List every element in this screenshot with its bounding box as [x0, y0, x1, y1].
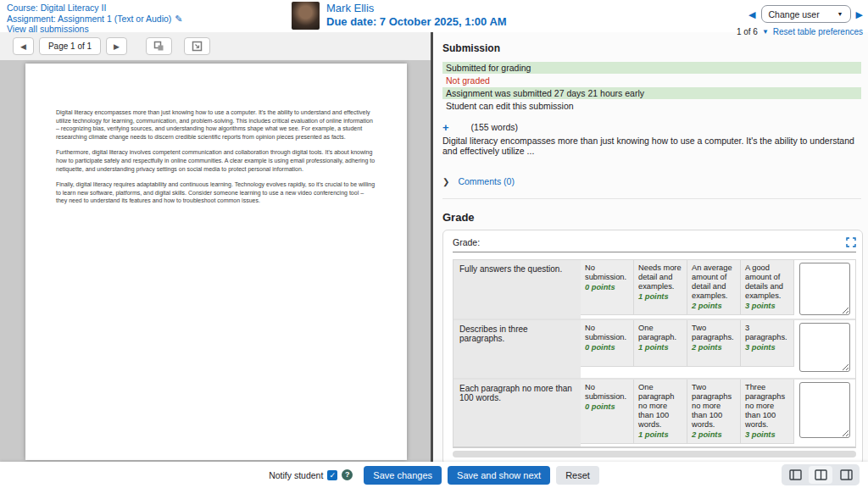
assignment-link[interactable]: Assignment: Assignment 1 (Text or Audio) [7, 14, 171, 24]
expand-submission-icon[interactable]: + [442, 123, 449, 132]
panel-resize-divider[interactable] [431, 32, 433, 462]
rubric-points: 2 points [692, 302, 736, 311]
dropdown-caret-icon: ▼ [837, 11, 843, 17]
document-text: Digital literacy encompasses more than j… [56, 108, 376, 213]
rubric-points: 1 points [638, 343, 682, 352]
change-user-label: Change user [769, 9, 820, 19]
rubric-level-option[interactable]: No submission. 0 points [581, 260, 634, 315]
rubric-points: 2 points [692, 430, 736, 440]
search-comments-icon [153, 41, 164, 52]
rubric-remark-input[interactable] [799, 263, 850, 315]
prev-user-icon[interactable]: ◀ [748, 8, 755, 20]
action-footer: Notify student ✓ ? Save changes Save and… [0, 462, 868, 488]
rubric-level-option[interactable]: Three paragraphs no more than 100 words.… [741, 380, 794, 444]
save-and-show-next-button[interactable]: Save and show next [448, 466, 550, 485]
rubric-row: Each paragraph no more than 100 words. N… [453, 380, 855, 446]
reset-button[interactable]: Reset [556, 466, 599, 485]
next-page-button[interactable]: ▶ [106, 37, 127, 55]
document-paragraph: Finally, digital literacy requires adapt… [56, 180, 376, 205]
rubric-level-option[interactable]: An average amount of detail and examples… [687, 260, 741, 315]
filter-icon[interactable]: ▼ [762, 28, 769, 36]
expand-document-button[interactable] [184, 37, 210, 55]
word-count: (155 words) [471, 122, 518, 132]
document-paragraph: Digital literacy encompasses more than j… [56, 108, 376, 141]
notify-student-label: Notify student [269, 470, 323, 480]
user-name-link[interactable]: Mark Ellis [326, 2, 507, 15]
rubric-points: 0 points [585, 343, 629, 352]
rubric-level-option[interactable]: One paragraph. 1 points [634, 320, 687, 367]
document-page[interactable]: Digital literacy encompasses more than j… [25, 64, 407, 460]
rubric-points: 1 points [638, 292, 682, 302]
rubric-level-option[interactable]: Needs more detail and examples. 1 points [634, 260, 687, 315]
fullscreen-rubric-button[interactable] [846, 237, 856, 247]
grade-field-label: Grade: [453, 237, 480, 247]
layout-left-collapse-icon[interactable] [783, 466, 807, 484]
pdf-toolbar: ◀ Page 1 of 1 ▶ [0, 32, 431, 60]
rubric-row: Describes in three paragraphs. No submis… [453, 320, 855, 380]
next-user-icon[interactable]: ▶ [856, 8, 863, 20]
layout-split-icon[interactable] [809, 466, 832, 484]
comments-link[interactable]: Comments (0) [458, 176, 515, 186]
rubric-points: 3 points [745, 343, 789, 352]
rubric-level-option[interactable]: Two paragraphs. 2 points [687, 320, 741, 367]
rubric-criterion: Describes in three paragraphs. [453, 320, 581, 378]
prev-page-button[interactable]: ◀ [13, 37, 34, 55]
rubric-points: 0 points [585, 402, 629, 412]
rubric-points: 3 points [745, 302, 789, 311]
rubric-criterion: Each paragraph no more than 100 words. [453, 380, 581, 446]
rubric-table: Fully answers the question. No submissio… [453, 259, 856, 448]
document-viewer-panel: ◀ Page 1 of 1 ▶ Digital literacy encompa… [0, 32, 431, 462]
user-pager-count: 1 of 6 [737, 27, 758, 36]
submission-section-title: Submission [442, 42, 861, 54]
layout-toggle-group [782, 464, 860, 485]
save-changes-button[interactable]: Save changes [364, 466, 442, 485]
rubric-remark-input[interactable] [799, 382, 850, 438]
grade-section-title: Grade [442, 211, 861, 224]
rubric-horizontal-scrollbar[interactable] [453, 451, 856, 458]
page-indicator: Page 1 of 1 [39, 37, 101, 55]
user-avatar [292, 2, 320, 30]
expand-document-icon [192, 41, 203, 52]
status-not-graded: Not graded [442, 75, 861, 86]
rubric-row: Fully answers the question. No submissio… [453, 260, 855, 320]
rubric-level-option[interactable]: 3 paragraphs. 3 points [741, 320, 794, 367]
edit-pencil-icon[interactable]: ✎ [175, 14, 182, 24]
rubric-points: 0 points [585, 283, 629, 292]
section-divider [442, 198, 861, 199]
status-editable: Student can edit this submission [442, 100, 861, 112]
rubric-points: 1 points [638, 430, 682, 440]
prev-page-icon: ◀ [20, 42, 26, 51]
rubric-criterion: Fully answers the question. [453, 260, 581, 319]
grading-panel: Submission Submitted for grading Not gra… [434, 32, 868, 462]
rubric-level-option[interactable]: No submission. 0 points [581, 380, 634, 444]
comments-chevron-icon[interactable]: ❯ [442, 177, 449, 186]
rubric-level-option[interactable]: One paragraph no more than 100 words. 1 … [634, 380, 687, 444]
notify-help-icon[interactable]: ? [342, 469, 353, 480]
course-link[interactable]: Course: Digital Literacy II [7, 3, 183, 14]
document-paragraph: Furthermore, digital literacy involves c… [56, 148, 376, 173]
grade-card: Grade: Fully answers the question. No su… [442, 230, 863, 462]
rubric-remark-input[interactable] [799, 323, 850, 372]
rubric-points: 3 points [745, 430, 789, 440]
rubric-level-option[interactable]: A good amount of details and examples. 3… [741, 260, 794, 315]
assignment-info: Course: Digital Literacy II Assignment: … [7, 3, 183, 35]
rubric-level-option[interactable]: No submission. 0 points [581, 320, 634, 367]
view-all-submissions-link[interactable]: View all submissions [7, 24, 183, 35]
top-header: Course: Digital Literacy II Assignment: … [0, 0, 868, 32]
rubric-level-option[interactable]: Two paragraphs no more than 100 words. 2… [687, 380, 741, 444]
change-user-select[interactable]: Change user ▼ [761, 5, 851, 23]
search-comments-button[interactable] [146, 37, 172, 55]
rubric-points: 2 points [692, 343, 736, 352]
fullscreen-icon [846, 237, 856, 247]
submission-preview-text: Digital literacy encompasses more than j… [442, 136, 861, 156]
layout-right-collapse-icon[interactable] [834, 466, 858, 484]
due-date: Due date: 7 October 2025, 1:00 AM [326, 15, 507, 29]
reset-table-preferences-link[interactable]: Reset table preferences [773, 27, 863, 36]
notify-student-checkbox[interactable]: ✓ [327, 470, 337, 480]
status-submitted: Submitted for grading [442, 62, 861, 74]
status-time-remaining: Assignment was submitted 27 days 21 hour… [442, 87, 861, 99]
next-page-icon: ▶ [114, 42, 120, 51]
